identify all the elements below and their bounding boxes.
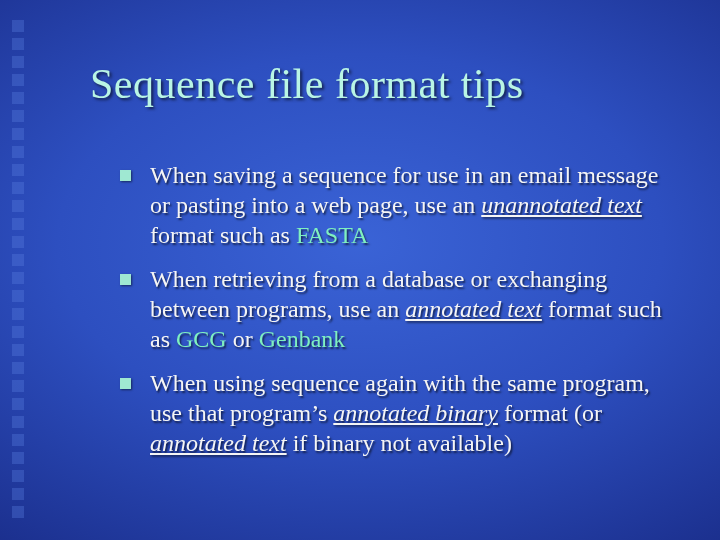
format-gcg: GCG (176, 326, 227, 352)
slide: Sequence file format tips When saving a … (0, 0, 720, 540)
slide-title: Sequence file format tips (90, 60, 524, 108)
format-fasta: FASTA (296, 222, 368, 248)
emphasis-annotated-text: annotated text (405, 296, 542, 322)
bullet-icon (120, 170, 131, 181)
bullet-item-1: When saving a sequence for use in an ema… (120, 160, 670, 250)
text-run: if binary not available) (287, 430, 512, 456)
emphasis-unannotated-text: unannotated text (481, 192, 642, 218)
text-run: or (227, 326, 259, 352)
emphasis-annotated-binary: annotated binary (333, 400, 498, 426)
bullet-icon (120, 274, 131, 285)
emphasis-annotated-text: annotated text (150, 430, 287, 456)
text-run: format such as (150, 222, 296, 248)
bullet-icon (120, 378, 131, 389)
bullet-item-3: When using sequence again with the same … (120, 368, 670, 458)
format-genbank: Genbank (259, 326, 346, 352)
text-run: format (or (498, 400, 602, 426)
slide-body: When saving a sequence for use in an ema… (120, 160, 670, 472)
bullet-item-2: When retrieving from a database or excha… (120, 264, 670, 354)
decorative-squares-column (12, 20, 24, 518)
